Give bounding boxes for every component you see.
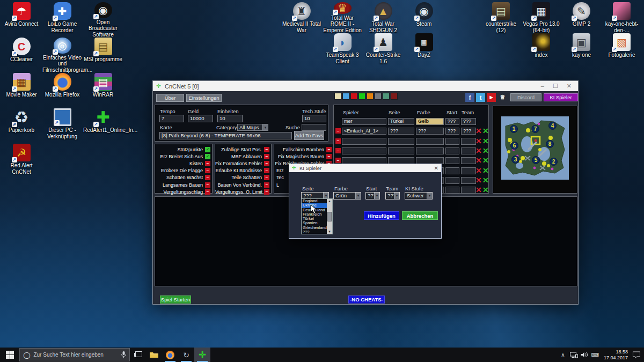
geld-input[interactable]: 10000: [188, 115, 213, 122]
kick-x-icon[interactable]: ✕: [475, 166, 482, 175]
option-checkbox[interactable]: [205, 154, 210, 159]
chevron-down-icon[interactable]: [427, 193, 432, 199]
map-preview-image[interactable]: 1 7 4 6 8 3 5 2: [501, 116, 569, 180]
start-select[interactable]: ???: [365, 192, 380, 200]
desktop-icon[interactable]: Einfaches Video und Filmschnittprogram..…: [42, 38, 83, 73]
dropdown-item[interactable]: Türkei: [302, 217, 327, 221]
tech-input[interactable]: 10: [302, 115, 326, 122]
desktop-icon[interactable]: LoiLo Game Recorder: [42, 2, 83, 38]
desktop-icon[interactable]: GIMP 2: [561, 2, 602, 33]
keyboard-icon[interactable]: ⌨: [591, 352, 599, 358]
ki-spieler-button[interactable]: KI Spieler: [544, 93, 578, 101]
option-checkbox[interactable]: [264, 154, 269, 159]
player-team-cell[interactable]: [461, 138, 476, 145]
player-name-cell[interactable]: [342, 147, 386, 154]
minimize-button[interactable]: –: [541, 83, 544, 90]
remove-player-button[interactable]: −: [335, 138, 341, 144]
tray-chevron-icon[interactable]: ∧: [559, 352, 567, 358]
option-checkbox[interactable]: [205, 147, 210, 152]
player-team-cell[interactable]: [461, 187, 476, 194]
desktop-icon[interactable]: Steam: [404, 2, 444, 33]
map-name-bar[interactable]: [8] Path Beyond (6-8) - TEMPERATE 96x96: [159, 132, 292, 139]
player-team-cell[interactable]: ???: [461, 118, 476, 125]
dropdown-item[interactable]: England: [302, 199, 327, 203]
player-name-cell[interactable]: mer: [342, 118, 386, 125]
option-checkbox[interactable]: [264, 168, 269, 173]
microphone-icon[interactable]: [121, 351, 126, 358]
task-view-button[interactable]: [130, 348, 146, 362]
add-to-favs-button[interactable]: Add To Favs: [294, 131, 324, 140]
desktop-icon[interactable]: kay-one-hebt-den-...: [602, 2, 642, 33]
twitter-icon[interactable]: t: [476, 93, 485, 102]
chevron-down-icon[interactable]: [262, 124, 268, 130]
remove-player-button[interactable]: −: [335, 148, 341, 153]
desktop-icon[interactable]: WinRAR: [83, 73, 123, 108]
dropdown-item[interactable]: ???: [302, 230, 327, 234]
desktop-icon[interactable]: Avira Connect: [1, 2, 42, 38]
desktop-icon[interactable]: TeamSpeak 3 Client: [322, 33, 363, 64]
option-checkbox[interactable]: [264, 161, 269, 166]
desktop-icon[interactable]: Mozilla Firefox: [42, 73, 83, 108]
option-checkbox[interactable]: [205, 161, 210, 166]
desktop-icon[interactable]: DayZ: [404, 33, 444, 64]
dropdown-item[interactable]: Griechenland: [302, 226, 327, 230]
farbe-select[interactable]: Grün: [333, 192, 361, 200]
ready-x-icon[interactable]: ✕: [482, 156, 489, 165]
desktop-icon[interactable]: kay one: [561, 33, 602, 64]
dropdown-item[interactable]: Frankreich: [302, 212, 327, 217]
color-swatch[interactable]: [334, 93, 341, 100]
player-start-cell[interactable]: [445, 187, 459, 194]
option-checkbox[interactable]: [326, 147, 332, 152]
player-farbe-cell[interactable]: [416, 147, 444, 154]
player-start-cell[interactable]: [445, 177, 459, 184]
desktop-icon[interactable]: Counter-Strike 1.6: [363, 33, 404, 64]
kick-x-icon[interactable]: ✕: [475, 176, 482, 184]
dropdown-item[interactable]: Spanien: [302, 221, 327, 225]
dialog-close-icon[interactable]: ✕: [434, 165, 438, 171]
option-checkbox[interactable]: [264, 147, 269, 152]
trophy-icon[interactable]: ♕: [498, 93, 507, 102]
ki-stufe-select[interactable]: Schwer: [405, 192, 433, 200]
taskbar-search[interactable]: ◯ Zur Suche Text hier eingeben: [19, 348, 130, 361]
player-start-cell[interactable]: ???: [445, 118, 459, 125]
network-icon[interactable]: [569, 352, 578, 358]
player-seite-cell[interactable]: Türkei: [388, 118, 414, 125]
option-checkbox[interactable]: [264, 182, 269, 188]
hinzufuegen-button[interactable]: Hinzufügen: [364, 211, 399, 220]
player-seite-cell[interactable]: [388, 138, 414, 145]
file-explorer-button[interactable]: [146, 348, 162, 362]
player-team-cell[interactable]: ???: [461, 128, 476, 135]
player-seite-cell[interactable]: ???: [388, 128, 414, 135]
chevron-down-icon[interactable]: [374, 193, 379, 199]
settings-button[interactable]: Einstellungen: [186, 94, 222, 102]
desktop-icon[interactable]: Vegas Pro 13.0 (64-bit): [521, 2, 561, 33]
option-checkbox[interactable]: [205, 182, 210, 188]
player-team-cell[interactable]: [461, 147, 476, 154]
youtube-icon[interactable]: ▶: [487, 93, 496, 102]
ready-x-icon[interactable]: ✕: [482, 176, 489, 184]
start-game-button[interactable]: Spiel Starten: [160, 295, 191, 304]
color-swatch[interactable]: [391, 93, 398, 100]
chevron-down-icon[interactable]: [355, 193, 361, 199]
desktop-icon[interactable]: Total War SHOGUN 2: [363, 2, 404, 33]
ready-x-icon[interactable]: ✕: [482, 146, 489, 155]
remove-player-button[interactable]: −: [335, 158, 341, 163]
discord-button[interactable]: Discord: [510, 93, 541, 101]
suche-input[interactable]: [302, 124, 326, 131]
player-team-cell[interactable]: [461, 157, 476, 164]
option-checkbox[interactable]: [264, 189, 269, 195]
color-swatch[interactable]: [367, 93, 374, 100]
player-team-cell[interactable]: [461, 177, 476, 184]
ready-x-icon[interactable]: ✕: [482, 186, 489, 194]
desktop-icon[interactable]: Red Alert CnCNet: [1, 144, 42, 179]
taskbar-clock[interactable]: 18:58 17.04.2017: [602, 349, 630, 361]
dropdown-item[interactable]: Ukraine: [302, 203, 327, 208]
desktop-icon[interactable]: Dieser PC - Verknüpfung: [42, 108, 83, 144]
action-center-icon[interactable]: [632, 351, 641, 358]
desktop-icon[interactable]: CCleaner: [1, 38, 42, 73]
desktop-icon[interactable]: RedAlert1_Online_In...: [83, 108, 123, 144]
desktop-icon[interactable]: Open Broadcaster Software: [83, 2, 123, 38]
scroll-down-icon[interactable]: ▼: [328, 230, 331, 234]
desktop-icon[interactable]: counterstrike (12): [481, 2, 521, 33]
option-checkbox[interactable]: [205, 168, 210, 173]
